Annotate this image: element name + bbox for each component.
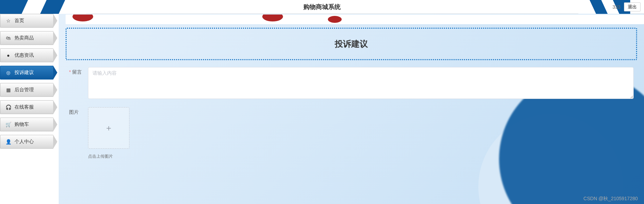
page-title: 投诉建议 [67, 38, 636, 49]
headset-icon: 🎧 [6, 104, 11, 110]
sidebar-item-label: 投诉建议 [14, 69, 34, 76]
sidebar-item-home[interactable]: ☆ 首页 [0, 14, 53, 28]
app-title: 购物商城系统 [303, 3, 341, 11]
image-upload-box[interactable]: ＋ [88, 107, 129, 149]
chevron-right-icon [53, 14, 57, 28]
sidebar-item-label: 购物车 [14, 121, 29, 128]
form-row-message: 留言 [69, 67, 634, 100]
sidebar-item-support[interactable]: 🎧 在线客服 [0, 100, 53, 114]
sidebar-item-label: 在线客服 [14, 104, 34, 110]
header: 购物商城系统 333 退出 [0, 0, 644, 14]
info-icon: ● [6, 53, 11, 58]
sidebar-item-admin[interactable]: ▦ 后台管理 [0, 83, 53, 97]
sidebar-item-label: 后台管理 [14, 87, 34, 93]
header-decoration-left [0, 0, 86, 14]
upload-hint: 点击上传图片 [88, 154, 634, 159]
banner-strip [66, 15, 644, 24]
sidebar-item-complaint[interactable]: ◎ 投诉建议 [0, 66, 53, 80]
chevron-right-icon [53, 83, 57, 97]
sidebar-item-label: 热卖商品 [14, 35, 34, 41]
sidebar-item-hot-products[interactable]: 🛍 热卖商品 [0, 31, 53, 45]
main-content: 投诉建议 留言 图片 ＋ 点击上传图片 CSDN @秋_2105917280 [59, 14, 644, 204]
sidebar-item-cart[interactable]: 🛒 购物车 [0, 118, 53, 131]
sidebar-item-profile[interactable]: 👤 个人中心 [0, 135, 53, 149]
image-label: 图片 [69, 107, 88, 115]
page-title-box: 投诉建议 [66, 28, 637, 60]
sidebar-item-label: 首页 [14, 18, 24, 24]
sidebar-item-promo-news[interactable]: ● 优惠资讯 [0, 48, 53, 62]
cart-icon: 🛒 [6, 122, 11, 127]
message-textarea[interactable] [88, 67, 634, 99]
message-label: 留言 [69, 67, 88, 75]
logout-button[interactable]: 退出 [624, 2, 641, 11]
chevron-right-icon [53, 100, 57, 114]
sidebar: ☆ 首页 🛍 热卖商品 ● 优惠资讯 ◎ 投诉建议 ▦ 后台管理 🎧 在线客服 … [0, 14, 53, 204]
star-icon: ☆ [6, 18, 11, 24]
header-right-group: 333 退出 [613, 2, 641, 11]
chevron-right-icon [53, 118, 57, 131]
chevron-right-icon [53, 48, 57, 62]
chevron-right-icon [53, 31, 57, 45]
dot-icon: ◎ [6, 70, 11, 75]
grid-icon: ▦ [6, 87, 11, 93]
sidebar-item-label: 优惠资讯 [14, 52, 34, 58]
bag-icon: 🛍 [6, 35, 11, 41]
chevron-right-icon [53, 135, 57, 149]
user-icon: 👤 [6, 139, 11, 145]
plus-icon: ＋ [105, 122, 113, 133]
sidebar-item-label: 个人中心 [14, 139, 34, 145]
watermark: CSDN @秋_2105917280 [584, 196, 638, 202]
form-row-image: 图片 ＋ 点击上传图片 [69, 107, 634, 159]
user-id-label: 333 [613, 4, 621, 10]
chevron-right-icon [53, 66, 57, 80]
